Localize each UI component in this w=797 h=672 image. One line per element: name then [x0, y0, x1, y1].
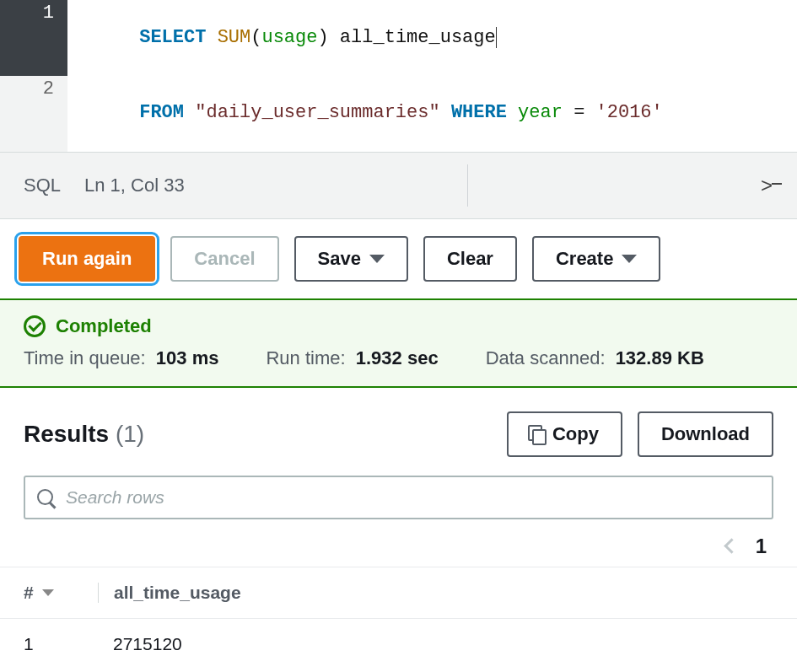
clear-button[interactable]: Clear — [423, 236, 517, 282]
results-table: # all_time_usage 1 2715120 — [0, 567, 797, 669]
run-time-metric: Run time: 1.932 sec — [266, 347, 438, 369]
divider — [467, 164, 468, 207]
column-header[interactable]: all_time_usage — [114, 583, 773, 603]
results-title: Results (1) — [24, 421, 144, 448]
cursor-position: Ln 1, Col 33 — [84, 175, 185, 196]
string-literal: "daily_user_summaries" — [195, 102, 439, 123]
editor-line-1[interactable]: 1 SELECT SUM(usage) all_time_usage — [0, 0, 797, 76]
keyword: FROM — [139, 102, 184, 123]
status-text: Completed — [56, 315, 152, 337]
table-row: 1 2715120 — [0, 618, 797, 669]
search-input[interactable] — [66, 487, 760, 508]
queue-time-metric: Time in queue: 103 ms — [24, 347, 218, 369]
search-rows-box[interactable] — [24, 476, 773, 519]
string-literal: '2016' — [584, 102, 662, 123]
editor-line-2[interactable]: 2 FROM "daily_user_summaries" WHERE year… — [0, 76, 797, 152]
query-toolbar: Run again Cancel Save Clear Create — [0, 219, 797, 298]
create-button[interactable]: Create — [532, 236, 660, 282]
operator: = — [574, 102, 584, 123]
results-header: Results (1) Copy Download — [0, 388, 797, 476]
sort-descending-icon[interactable] — [42, 589, 54, 596]
run-again-button[interactable]: Run again — [19, 236, 155, 282]
paren: ) — [317, 27, 328, 48]
language-mode[interactable]: SQL — [24, 175, 61, 196]
copy-results-button[interactable]: Copy — [507, 411, 622, 457]
pagination: 1 — [0, 519, 797, 567]
identifier: year — [507, 102, 574, 123]
search-icon — [37, 489, 54, 506]
results-count: (1) — [116, 421, 144, 447]
column-divider — [98, 583, 99, 603]
cancel-button: Cancel — [170, 236, 278, 282]
check-circle-icon — [24, 315, 46, 337]
sql-editor[interactable]: 1 SELECT SUM(usage) all_time_usage 2 FRO… — [0, 0, 797, 152]
copy-icon — [530, 427, 544, 441]
editor-status-bar: SQL Ln 1, Col 33 > — [0, 152, 797, 219]
gutter-line-number: 1 — [0, 0, 67, 76]
keyword: SELECT — [139, 27, 206, 48]
keyword: WHERE — [451, 102, 507, 123]
collapse-panel-icon[interactable]: > — [761, 174, 782, 197]
text-cursor — [496, 27, 497, 47]
row-index-cell: 1 — [24, 634, 83, 654]
gutter-line-number: 2 — [0, 76, 67, 152]
query-status-banner: Completed Time in queue: 103 ms Run time… — [0, 298, 797, 388]
table-header-row: # all_time_usage — [0, 567, 797, 618]
paren: ( — [250, 27, 261, 48]
identifier: usage — [261, 27, 317, 48]
previous-page-icon[interactable] — [724, 538, 739, 553]
chevron-down-icon — [622, 255, 637, 263]
data-scanned-metric: Data scanned: 132.89 KB — [486, 347, 704, 369]
download-results-button[interactable]: Download — [638, 411, 773, 457]
function-name: SUM — [218, 27, 251, 48]
save-button[interactable]: Save — [294, 236, 408, 282]
alias: all_time_usage — [329, 27, 496, 48]
chevron-down-icon — [369, 255, 385, 263]
column-header-index[interactable]: # — [24, 583, 34, 603]
table-cell: 2715120 — [113, 634, 773, 654]
page-number[interactable]: 1 — [756, 535, 767, 558]
